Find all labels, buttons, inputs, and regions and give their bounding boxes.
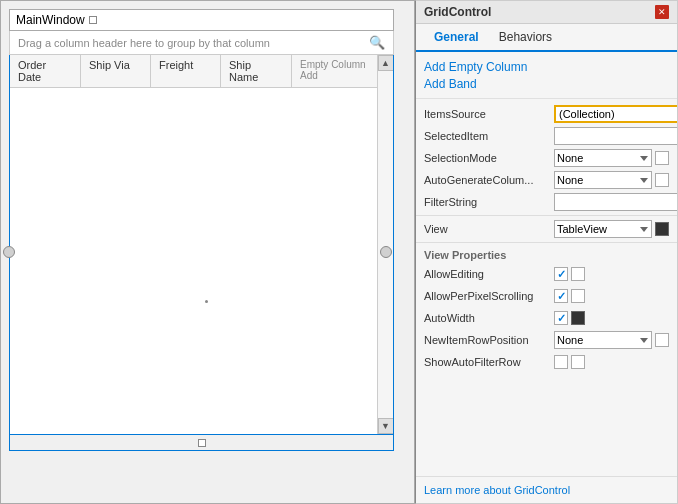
prop-auto-width: AutoWidth bbox=[416, 307, 677, 329]
auto-width-pin-dark bbox=[571, 311, 585, 325]
separator-1 bbox=[416, 215, 677, 216]
main-window-designer: MainWindow Drag a column header here to … bbox=[0, 0, 415, 504]
prop-label-selected-item: SelectedItem bbox=[424, 130, 554, 142]
column-header-order-date[interactable]: Order Date bbox=[10, 55, 81, 87]
prop-value-selected-item bbox=[554, 127, 677, 145]
prop-value-show-auto-filter bbox=[554, 355, 669, 369]
grid-control-panel: GridControl ✕ General Behaviors Add Empt… bbox=[415, 0, 678, 504]
right-connector bbox=[380, 246, 392, 258]
allow-editing-checkbox[interactable] bbox=[554, 267, 568, 281]
vertical-scrollbar[interactable]: ▲ ▼ bbox=[377, 55, 393, 434]
grid-area: Order Date Ship Via Freight Ship Name Em… bbox=[9, 55, 394, 435]
prop-label-show-auto-filter: ShowAutoFilterRow bbox=[424, 356, 554, 368]
main-window-title: MainWindow bbox=[16, 13, 85, 27]
resize-handle-top[interactable] bbox=[89, 16, 97, 24]
bottom-resize-bar bbox=[9, 435, 394, 451]
new-item-row-select[interactable]: None Top Bottom bbox=[554, 331, 652, 349]
column-header-ship-name[interactable]: Ship Name bbox=[221, 55, 292, 87]
separator-2 bbox=[416, 242, 677, 243]
prop-show-auto-filter: ShowAutoFilterRow bbox=[416, 351, 677, 373]
prop-label-view: View bbox=[424, 223, 554, 235]
prop-allow-per-pixel: AllowPerPixelScrolling bbox=[416, 285, 677, 307]
view-properties-header: View Properties bbox=[416, 245, 677, 263]
panel-title-bar: GridControl ✕ bbox=[416, 1, 677, 24]
group-by-bar: Drag a column header here to group by th… bbox=[9, 31, 394, 55]
tab-general[interactable]: General bbox=[424, 24, 489, 52]
show-auto-filter-checkbox[interactable] bbox=[554, 355, 568, 369]
prop-value-allow-editing bbox=[554, 267, 669, 281]
new-item-row-pin bbox=[655, 333, 669, 347]
prop-label-selection-mode: SelectionMode bbox=[424, 152, 554, 164]
learn-more-link[interactable]: Learn more about GridControl bbox=[424, 484, 570, 496]
prop-value-auto-generate: None AddNew All bbox=[554, 171, 669, 189]
prop-label-auto-generate: AutoGenerateColum... bbox=[424, 174, 554, 186]
allow-per-pixel-checkbox[interactable] bbox=[554, 289, 568, 303]
add-band-link[interactable]: Add Band bbox=[424, 77, 669, 91]
prop-value-items-source: 📌 bbox=[554, 105, 677, 123]
allow-per-pixel-pin bbox=[571, 289, 585, 303]
view-select[interactable]: TableView CardView bbox=[554, 220, 652, 238]
panel-tabs: General Behaviors bbox=[416, 24, 677, 52]
auto-generate-select[interactable]: None AddNew All bbox=[554, 171, 652, 189]
scroll-up-arrow[interactable]: ▲ bbox=[378, 55, 394, 71]
prop-items-source: ItemsSource 📌 bbox=[416, 103, 677, 125]
prop-selection-mode: SelectionMode None Row Cell bbox=[416, 147, 677, 169]
view-btn-dark[interactable] bbox=[655, 222, 669, 236]
scroll-down-arrow[interactable]: ▼ bbox=[378, 418, 394, 434]
filter-string-input[interactable] bbox=[554, 193, 677, 211]
dot-indicator bbox=[205, 300, 208, 303]
selected-item-input[interactable] bbox=[554, 127, 677, 145]
auto-generate-pin bbox=[655, 173, 669, 187]
grid-header: Order Date Ship Via Freight Ship Name Em… bbox=[10, 55, 393, 88]
prop-filter-string: FilterString ... bbox=[416, 191, 677, 213]
prop-label-items-source: ItemsSource bbox=[424, 108, 554, 120]
show-auto-filter-pin bbox=[571, 355, 585, 369]
prop-new-item-row: NewItemRowPosition None Top Bottom bbox=[416, 329, 677, 351]
prop-label-auto-width: AutoWidth bbox=[424, 312, 554, 324]
properties-area: ItemsSource 📌 SelectedItem SelectionMode… bbox=[416, 99, 677, 476]
prop-label-filter-string: FilterString bbox=[424, 196, 554, 208]
panel-footer: Learn more about GridControl bbox=[416, 476, 677, 503]
prop-value-view: TableView CardView bbox=[554, 220, 669, 238]
prop-label-allow-per-pixel: AllowPerPixelScrolling bbox=[424, 290, 554, 302]
selection-mode-pin bbox=[655, 151, 669, 165]
close-button[interactable]: ✕ bbox=[655, 5, 669, 19]
left-connector bbox=[3, 246, 15, 258]
scroll-track[interactable] bbox=[378, 71, 393, 418]
prop-value-filter-string: ... bbox=[554, 193, 677, 211]
prop-value-auto-width bbox=[554, 311, 669, 325]
prop-label-allow-editing: AllowEditing bbox=[424, 268, 554, 280]
allow-editing-pin bbox=[571, 267, 585, 281]
column-header-freight[interactable]: Freight bbox=[151, 55, 221, 87]
tab-behaviors[interactable]: Behaviors bbox=[489, 24, 562, 52]
prop-selected-item: SelectedItem bbox=[416, 125, 677, 147]
prop-value-new-item-row: None Top Bottom bbox=[554, 331, 669, 349]
search-icon[interactable]: 🔍 bbox=[369, 35, 385, 50]
panel-title: GridControl bbox=[424, 5, 491, 19]
panel-actions: Add Empty Column Add Band bbox=[416, 52, 677, 99]
group-by-text: Drag a column header here to group by th… bbox=[18, 37, 270, 49]
prop-value-allow-per-pixel bbox=[554, 289, 669, 303]
prop-value-selection-mode: None Row Cell bbox=[554, 149, 669, 167]
prop-label-new-item-row: NewItemRowPosition bbox=[424, 334, 554, 346]
prop-auto-generate-columns: AutoGenerateColum... None AddNew All bbox=[416, 169, 677, 191]
prop-allow-editing: AllowEditing bbox=[416, 263, 677, 285]
items-source-input[interactable] bbox=[554, 105, 677, 123]
prop-view: View TableView CardView bbox=[416, 218, 677, 240]
column-header-ship-via[interactable]: Ship Via bbox=[81, 55, 151, 87]
selection-mode-select[interactable]: None Row Cell bbox=[554, 149, 652, 167]
add-empty-column-link[interactable]: Add Empty Column bbox=[424, 60, 669, 74]
main-window-titlebar: MainWindow bbox=[9, 9, 394, 31]
bottom-resize-handle[interactable] bbox=[198, 439, 206, 447]
auto-width-checkbox[interactable] bbox=[554, 311, 568, 325]
